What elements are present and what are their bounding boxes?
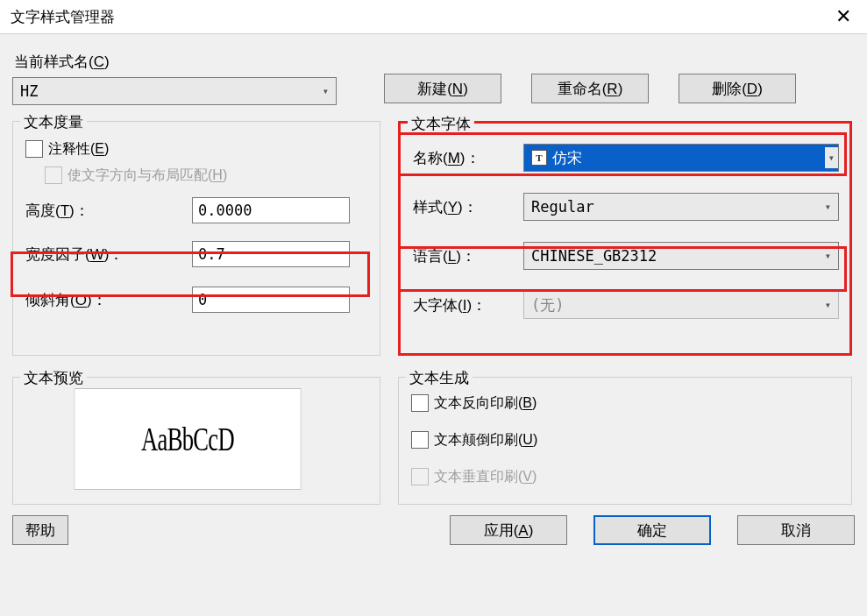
- font-style-label: 样式(Y)：: [413, 197, 523, 217]
- chevron-down-icon: ▾: [825, 250, 831, 262]
- delete-button[interactable]: 删除(D): [679, 74, 796, 103]
- bigfont-combo: (无) ▾: [523, 291, 839, 319]
- close-icon[interactable]: ✕: [830, 5, 856, 28]
- font-name-value: 仿宋: [552, 148, 825, 168]
- oblique-label: 倾斜角(O)：: [25, 290, 192, 310]
- vertical-label: 文本垂直印刷(V): [434, 468, 537, 486]
- help-button[interactable]: 帮助: [12, 515, 68, 545]
- cancel-button[interactable]: 取消: [737, 515, 855, 545]
- current-style-value: HZ: [20, 82, 38, 100]
- rename-button[interactable]: 重命名(R): [531, 74, 649, 103]
- annotative-label: 注释性(E): [48, 140, 109, 159]
- apply-button[interactable]: 应用(A): [450, 515, 567, 545]
- width-factor-label: 宽度因子(W)：: [25, 244, 192, 265]
- oblique-input[interactable]: [192, 287, 350, 313]
- chevron-down-icon: ▾: [825, 299, 831, 311]
- bigfont-value: (无): [531, 295, 825, 315]
- current-style-combo[interactable]: HZ ▾: [12, 77, 337, 105]
- font-name-label: 名称(M)：: [413, 148, 523, 168]
- match-orientation-label: 使文字方向与布局匹配(H): [68, 166, 227, 185]
- bigfont-label: 大字体(I)：: [413, 295, 523, 315]
- text-effects-legend: 文本生成: [406, 368, 473, 388]
- chevron-down-icon: ▾: [323, 85, 329, 97]
- width-factor-input[interactable]: [192, 241, 350, 267]
- font-name-combo[interactable]: T 仿宋 ▾: [523, 144, 839, 172]
- text-preview-group: 文本预览 AaBbCcD: [12, 377, 380, 505]
- upsidedown-label: 文本颠倒印刷(U): [434, 431, 537, 450]
- backwards-checkbox[interactable]: [411, 394, 429, 412]
- height-input[interactable]: [192, 197, 350, 223]
- backwards-label: 文本反向印刷(B): [434, 394, 537, 413]
- new-button[interactable]: 新建(N): [384, 74, 501, 103]
- ok-button[interactable]: 确定: [593, 515, 711, 545]
- text-font-legend: 文本字体: [408, 114, 474, 134]
- window-title: 文字样式管理器: [11, 7, 115, 27]
- match-orientation-checkbox: [45, 166, 62, 184]
- preview-sample: AaBbCcD: [75, 388, 302, 490]
- chevron-down-icon: ▾: [825, 147, 838, 168]
- text-font-group: 文本字体 名称(M)： T 仿宋 ▾ 样式(Y)： Regular ▾: [398, 121, 852, 356]
- font-lang-value: CHINESE_GB2312: [531, 247, 825, 265]
- annotative-checkbox[interactable]: [25, 140, 43, 158]
- vertical-checkbox: [411, 468, 429, 485]
- font-style-value: Regular: [531, 198, 825, 216]
- truetype-icon: T: [531, 150, 547, 166]
- chevron-down-icon: ▾: [825, 201, 831, 213]
- text-measure-group: 文本度量 注释性(E) 使文字方向与布局匹配(H) 高度(T)： 宽度因子(W)…: [12, 121, 380, 356]
- current-style-label: 当前样式名(C): [14, 52, 363, 72]
- text-measure-legend: 文本度量: [20, 112, 87, 132]
- font-lang-label: 语言(L)：: [413, 246, 523, 266]
- upsidedown-checkbox[interactable]: [411, 431, 429, 449]
- text-preview-legend: 文本预览: [20, 368, 87, 388]
- text-effects-group: 文本生成 文本反向印刷(B) 文本颠倒印刷(U) 文本垂直印刷(V): [398, 377, 852, 505]
- height-label: 高度(T)：: [25, 201, 192, 221]
- font-style-combo[interactable]: Regular ▾: [523, 193, 839, 221]
- font-lang-combo[interactable]: CHINESE_GB2312 ▾: [523, 242, 839, 270]
- titlebar: 文字样式管理器 ✕: [0, 0, 867, 33]
